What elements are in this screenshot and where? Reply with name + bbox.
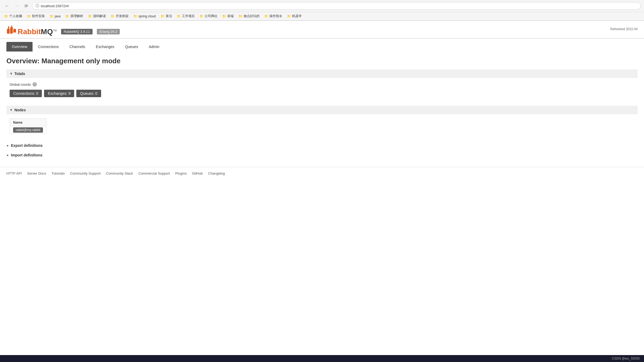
address-bar[interactable]: ⓘ localhost:15672/#/ [32, 2, 641, 10]
bookmark-folder-icon: 📁 [161, 14, 165, 18]
bookmark-folder-icon: 📁 [264, 14, 268, 18]
logo-text: RabbitMQTM [18, 27, 57, 36]
nav-reload-button[interactable]: ⟳ [22, 2, 30, 10]
svg-rect-2 [13, 29, 16, 33]
node-name-cell: rabbit@my-rabbit [10, 126, 46, 134]
nav-tab-exchanges[interactable]: Exchanges [90, 42, 120, 52]
bookmark-item[interactable]: 📁工作项目 [175, 13, 197, 19]
bookmark-item[interactable]: 📁开发框架 [109, 13, 131, 19]
bookmark-label: 原理解析 [70, 14, 83, 18]
bookmark-folder-icon: 📁 [88, 14, 92, 18]
footer-link-commercial-support[interactable]: Commercial Support [138, 171, 170, 175]
bookmark-folder-icon: 📁 [111, 14, 115, 18]
version-badge: RabbitMQ 3.9.11 [61, 29, 93, 34]
nav-tab-connections[interactable]: Connections [33, 42, 64, 52]
nodes-section: ▼ Nodes Name rabbit@my-rabbit [6, 106, 638, 138]
svg-rect-4 [11, 26, 12, 28]
bookmark-item[interactable]: 📁做点好玩的 [236, 13, 262, 19]
export-definitions-title: Export definitions [11, 143, 43, 148]
nav-tabs: OverviewConnectionsChannelsExchangesQueu… [0, 42, 644, 52]
page-footer: HTTP APIServer DocsTutorialsCommunity Su… [0, 167, 644, 180]
bookmark-item[interactable]: 📁java [47, 14, 63, 19]
global-counts-help-icon[interactable]: ? [33, 82, 37, 86]
bookmark-label: 公司网址 [205, 14, 217, 18]
footer-link-http-api[interactable]: HTTP API [6, 171, 22, 175]
bookmark-item[interactable]: 📁机器学 [285, 13, 304, 19]
nodes-section-title: Nodes [14, 108, 26, 112]
import-definitions-section: ► Import definitions [6, 152, 638, 158]
bookmark-folder-icon: 📁 [4, 14, 8, 18]
totals-section-header[interactable]: ▼ Totals [6, 69, 638, 78]
bookmark-item[interactable]: 📁公司网址 [197, 13, 220, 19]
nav-tab-admin[interactable]: Admin [144, 42, 165, 52]
browser-titlebar: ← → ⟳ ⓘ localhost:15672/#/ [0, 0, 644, 12]
bookmark-item[interactable]: 📁spring cloud [131, 14, 158, 19]
nodes-table: Name rabbit@my-rabbit [10, 119, 46, 134]
bookmark-label: spring cloud [138, 14, 156, 18]
bookmark-label: 操作指令 [269, 14, 282, 18]
bookmark-item[interactable]: 📁前端 [220, 13, 236, 19]
bookmark-folder-icon: 📁 [287, 14, 291, 18]
footer-link-server-docs[interactable]: Server Docs [27, 171, 46, 175]
erlang-badge: Erlang 24.2 [97, 29, 120, 34]
export-definitions-section: ► Export definitions [6, 142, 638, 149]
rabbit-icon [6, 25, 17, 38]
nav-tab-overview[interactable]: Overview [6, 42, 33, 52]
footer-link-github[interactable]: GitHub [192, 171, 203, 175]
refresh-info: Refreshed 2022-04 [610, 25, 638, 31]
bookmark-label: java [55, 14, 61, 18]
bookmark-label: 工作项目 [182, 14, 195, 18]
count-badge: Queues: 0 [76, 90, 101, 97]
bookmark-label: 个人收藏 [9, 14, 22, 18]
totals-section: ▼ Totals Global counts ? Connections: 0E… [6, 69, 638, 101]
totals-section-body: Global counts ? Connections: 0Exchanges:… [6, 78, 638, 101]
page-wrapper: RabbitMQTM RabbitMQ 3.9.11 Erlang 24.2 R… [0, 21, 644, 361]
nodes-section-header[interactable]: ▼ Nodes [6, 106, 638, 114]
nav-forward-button[interactable]: → [13, 2, 20, 10]
bookmark-item[interactable]: 📁原理解析 [63, 13, 85, 19]
bookmark-folder-icon: 📁 [65, 14, 69, 18]
nodes-section-body: Name rabbit@my-rabbit [6, 114, 638, 138]
bookmark-label: 源码解读 [93, 14, 106, 18]
nav-tab-channels[interactable]: Channels [64, 42, 90, 52]
bookmarks-bar: 📁个人收藏📁软件安装📁java📁原理解析📁源码解读📁开发框架📁spring cl… [0, 12, 644, 21]
export-definitions-header[interactable]: ► Export definitions [6, 142, 638, 149]
totals-section-title: Totals [14, 72, 25, 76]
footer-link-tutorials[interactable]: Tutorials [51, 171, 65, 175]
footer-link-community-slack[interactable]: Community Slack [106, 171, 133, 175]
bookmark-item[interactable]: 📁算法 [158, 13, 174, 19]
bottom-bar-text: CSDN @wu_55555 [612, 357, 640, 360]
bookmark-folder-icon: 📁 [177, 14, 181, 18]
browser-chrome: ← → ⟳ ⓘ localhost:15672/#/ 📁个人收藏📁软件安装📁ja… [0, 0, 644, 21]
bookmark-label: 机器学 [292, 14, 302, 18]
secure-icon: ⓘ [35, 3, 39, 8]
footer-link-plugins[interactable]: Plugins [175, 171, 187, 175]
bookmark-item[interactable]: 📁软件安装 [25, 13, 47, 19]
count-badges: Connections: 0Exchanges: 9Queues: 0 [10, 90, 634, 97]
bookmark-folder-icon: 📁 [50, 14, 54, 18]
nodes-table-header-name: Name [10, 119, 46, 126]
nodes-arrow-icon: ▼ [10, 108, 13, 112]
rabbitmq-logo: RabbitMQTM [6, 25, 57, 38]
count-badge: Connections: 0 [10, 90, 42, 97]
node-link[interactable]: rabbit@my-rabbit [13, 127, 43, 133]
footer-link-community-support[interactable]: Community Support [70, 171, 101, 175]
tm-text: TM [53, 29, 57, 32]
nav-back-button[interactable]: ← [3, 2, 11, 10]
bookmark-item[interactable]: 📁操作指令 [262, 13, 284, 19]
nav-tab-queues[interactable]: Queues [120, 42, 144, 52]
import-definitions-header[interactable]: ► Import definitions [6, 152, 638, 158]
import-definitions-arrow-icon: ► [6, 154, 9, 157]
bookmark-item[interactable]: 📁源码解读 [86, 13, 108, 19]
bookmark-folder-icon: 📁 [222, 14, 226, 18]
main-content: Overview: Management only mode ▼ Totals … [0, 52, 644, 167]
bookmark-item[interactable]: 📁个人收藏 [2, 13, 24, 19]
rabbit-svg [6, 25, 17, 36]
bookmark-label: 算法 [166, 14, 172, 18]
page-title: Overview: Management only mode [6, 57, 638, 65]
page-header: RabbitMQTM RabbitMQ 3.9.11 Erlang 24.2 R… [0, 21, 644, 39]
totals-arrow-icon: ▼ [10, 72, 13, 76]
count-badge: Exchanges: 9 [44, 90, 74, 97]
footer-link-changelog[interactable]: Changelog [208, 171, 225, 175]
table-row: rabbit@my-rabbit [10, 126, 46, 134]
